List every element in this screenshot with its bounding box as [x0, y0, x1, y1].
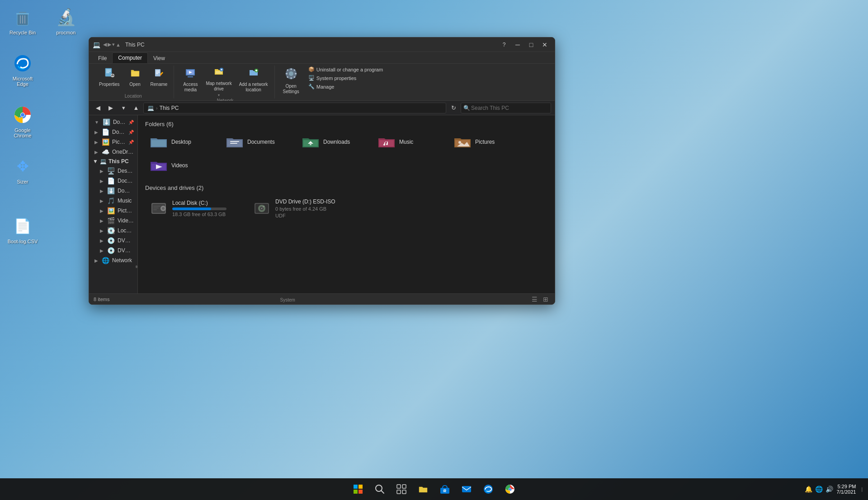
folder-documents[interactable]: Documents [221, 132, 293, 152]
volume-icon[interactable]: 🔊 [826, 486, 833, 493]
sizer-desktop-icon[interactable]: ✥ Sizer [5, 154, 41, 186]
procmon-label: procmon [57, 30, 76, 35]
properties-button[interactable]: Properties [96, 66, 123, 89]
add-network-button[interactable]: Add a networklocation [236, 66, 271, 94]
tab-computer[interactable]: Computer [112, 52, 148, 63]
chrome-taskbar-button[interactable] [500, 479, 520, 499]
address-path[interactable]: 💻 › This PC [143, 103, 446, 113]
desktop-icons: Recycle Bin 🔬 procmon Microsoft Edge [5, 5, 84, 246]
folder-desktop[interactable]: Desktop [145, 132, 217, 152]
help-button[interactable]: ? [498, 38, 510, 51]
drives-section-header: Devices and drives (2) [145, 184, 547, 191]
svg-rect-68 [397, 490, 401, 494]
icon-view-button[interactable]: ⊞ [541, 295, 550, 304]
recycle-bin-label: Recycle Bin [9, 30, 36, 35]
show-desktop-button[interactable]: | [861, 487, 863, 492]
sidebar-item-local-disk[interactable]: ▶ 💽 Local Disk (C:) [89, 226, 137, 236]
file-explorer-taskbar-button[interactable] [413, 479, 433, 499]
sidebar-item-dvd-b[interactable]: ▶ 💿 DVD Drive (D:) E [89, 236, 137, 245]
local-disk-expand: ▶ [100, 228, 104, 233]
rename-button[interactable]: Rename [148, 66, 170, 89]
sidebar-this-pc-header[interactable]: ▼ 💻 This PC [89, 157, 137, 166]
sidebar-item-onedrive[interactable]: ▶ ☁️ OneDrive [89, 147, 137, 157]
sidebar-item-videos[interactable]: ▶ 🎬 Videos [89, 216, 137, 226]
notification-icon[interactable]: 🔔 [805, 486, 812, 493]
documents-folder-icon [226, 135, 244, 149]
sidebar-item-documents-qa[interactable]: ▶ 📄 Documents 📌 [89, 127, 137, 137]
drive-dvd[interactable]: DVD Drive (D:) ESD-ISO 0 bytes free of 4… [248, 196, 348, 221]
back-button[interactable]: ◀ [93, 103, 104, 113]
recycle-bin-icon[interactable]: Recycle Bin [5, 5, 41, 37]
sidebar-item-pictures[interactable]: ▶ 🖼️ Pictures [89, 206, 137, 216]
task-view-button[interactable] [392, 479, 411, 499]
this-pc-expand: ▼ [93, 158, 98, 165]
edge-image [12, 52, 33, 74]
procmon-desktop-icon[interactable]: 🔬 procmon [48, 5, 84, 37]
drive-local-disk[interactable]: Local Disk (C:) 18.3 GB free of 63.3 GB [145, 196, 245, 221]
forward-icon: ▶ [108, 42, 111, 47]
ribbon-group-system: OpenSettings 📦 Uninstall or change a pro… [277, 66, 390, 99]
desktop-folder-label: Desktop [171, 139, 191, 145]
ribbon-group-location: Properties Open [93, 66, 174, 99]
recent-button[interactable]: ▾ [118, 103, 129, 113]
svg-rect-14 [106, 72, 109, 73]
uninstall-button[interactable]: 📦 Uninstall or change a program [306, 66, 386, 73]
svg-rect-69 [402, 490, 406, 494]
system-props-button[interactable]: 🖥️ System properties [306, 74, 386, 82]
edge-taskbar-button[interactable] [478, 479, 498, 499]
sidebar-item-dvd-es[interactable]: ▶ 💿 DVD Drive (D:) ES [89, 245, 137, 255]
sidebar-scrollbar[interactable] [136, 265, 137, 268]
forward-button[interactable]: ▶ [105, 103, 116, 113]
map-drive-button[interactable]: Map networkdrive [203, 66, 234, 93]
bootlog-desktop-icon[interactable]: 📄 Boot-log.CSV [5, 213, 41, 246]
svg-line-65 [381, 491, 384, 493]
chrome-desktop-icon[interactable]: Google Chrome [5, 102, 41, 140]
access-media-button[interactable]: Accessmedia [179, 66, 201, 94]
refresh-button[interactable]: ↻ [448, 103, 459, 113]
videos-label-sb: Videos [118, 217, 134, 224]
network-label-sb: Network [112, 257, 132, 264]
documents-qa-icon: 📄 [102, 128, 109, 136]
taskbar-time[interactable]: 5:29 PM 7/1/2021 [837, 484, 856, 495]
search-input[interactable] [461, 103, 551, 113]
network-taskbar-icon[interactable]: 🌐 [815, 486, 823, 493]
folders-grid: Desktop Documents [145, 132, 547, 175]
open-ribbon-button[interactable]: Open [124, 66, 146, 89]
sidebar-item-downloads[interactable]: ▶ ⬇️ Downloads [89, 186, 137, 196]
path-text: This PC [160, 105, 179, 111]
pin-icon-pics: 📌 [128, 140, 134, 145]
svg-rect-33 [290, 77, 292, 79]
up-dir-button[interactable]: ▲ [131, 103, 142, 113]
edge-desktop-icon[interactable]: Microsoft Edge [5, 51, 41, 89]
folder-pictures[interactable]: Pictures [449, 132, 521, 152]
folder-downloads[interactable]: Downloads [297, 132, 369, 152]
sidebar-item-desktop[interactable]: ▶ 🖥️ Desktop [89, 166, 137, 176]
sidebar-item-downloads-qa[interactable]: ▼ ⬇️ Downloads 📌 [89, 117, 137, 127]
start-button[interactable] [348, 479, 368, 499]
map-drive-dropdown[interactable]: ▾ [203, 93, 234, 97]
open-settings-button[interactable]: OpenSettings [280, 66, 302, 96]
tab-file[interactable]: File [93, 53, 112, 63]
close-button[interactable]: ✕ [538, 38, 551, 51]
folder-music[interactable]: Music [373, 132, 445, 152]
sidebar-item-pictures-qa[interactable]: ▶ 🖼️ Pictures 📌 [89, 137, 137, 147]
tab-view[interactable]: View [148, 53, 170, 63]
pin-icon-docs: 📌 [128, 130, 134, 135]
mail-taskbar-button[interactable] [457, 479, 476, 499]
list-view-button[interactable]: ☰ [530, 295, 539, 304]
documents-icon-sb: 📄 [107, 177, 115, 184]
desktop-expand: ▶ [100, 169, 104, 174]
maximize-button[interactable]: □ [525, 38, 538, 51]
open-settings-label: OpenSettings [283, 84, 299, 94]
taskbar-right: 🔔 🌐 🔊 5:29 PM 7/1/2021 | [805, 484, 863, 495]
minimize-button[interactable]: ─ [511, 38, 524, 51]
sidebar-item-network[interactable]: ▶ 🌐 Network [89, 255, 137, 265]
store-taskbar-button[interactable]: 袋 [435, 479, 455, 499]
map-drive-label: Map networkdrive [206, 81, 231, 92]
folder-videos[interactable]: Videos [145, 156, 217, 175]
sidebar-item-documents[interactable]: ▶ 📄 Documents [89, 176, 137, 186]
manage-button[interactable]: 🔧 Manage [306, 83, 386, 90]
status-view-icons: ☰ ⊞ [530, 295, 550, 304]
taskbar-search-button[interactable] [370, 479, 390, 499]
sidebar-item-music[interactable]: ▶ 🎵 Music [89, 196, 137, 206]
